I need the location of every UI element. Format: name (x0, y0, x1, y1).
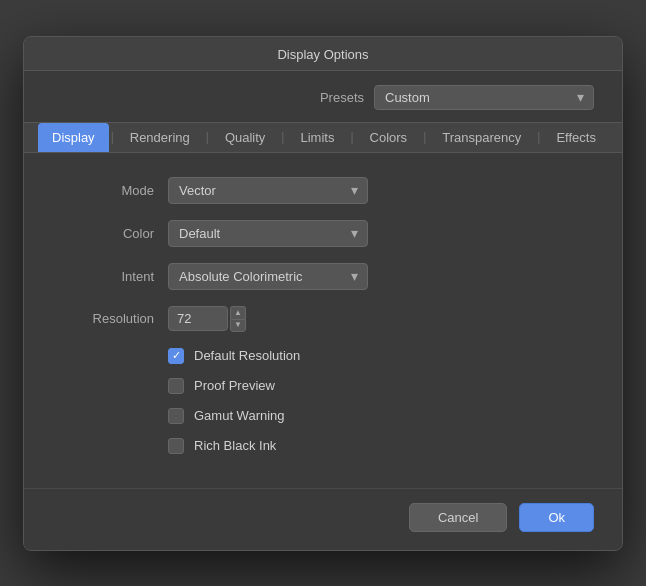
checkboxes-group: Default Resolution Proof Preview Gamut W… (168, 348, 582, 454)
tab-divider-5: | (421, 130, 428, 144)
tab-effects[interactable]: Effects (542, 123, 610, 152)
intent-row: Intent Absolute Colorimetric Relative Co… (64, 263, 582, 290)
default-resolution-checkbox[interactable] (168, 348, 184, 364)
cancel-button[interactable]: Cancel (409, 503, 507, 532)
dialog-title: Display Options (277, 47, 368, 62)
tab-divider-6: | (535, 130, 542, 144)
resolution-decrement[interactable]: ▼ (230, 319, 246, 332)
tab-divider-2: | (204, 130, 211, 144)
resolution-spinner: ▲ ▼ (230, 306, 246, 332)
title-bar: Display Options (24, 37, 622, 71)
color-select-wrapper: Default RGB CMYK Grayscale (168, 220, 368, 247)
resolution-row: Resolution ▲ ▼ (64, 306, 582, 332)
default-resolution-row: Default Resolution (168, 348, 582, 364)
color-label: Color (64, 226, 154, 241)
color-select[interactable]: Default RGB CMYK Grayscale (168, 220, 368, 247)
resolution-label: Resolution (64, 311, 154, 326)
intent-select-wrapper: Absolute Colorimetric Relative Colorimet… (168, 263, 368, 290)
content-area: Mode Vector Raster Mixed Color Default R… (24, 153, 622, 488)
mode-label: Mode (64, 183, 154, 198)
tab-transparency[interactable]: Transparency (428, 123, 535, 152)
intent-select[interactable]: Absolute Colorimetric Relative Colorimet… (168, 263, 368, 290)
ok-button[interactable]: Ok (519, 503, 594, 532)
default-resolution-label: Default Resolution (194, 348, 300, 363)
mode-row: Mode Vector Raster Mixed (64, 177, 582, 204)
proof-preview-row: Proof Preview (168, 378, 582, 394)
rich-black-ink-row: Rich Black Ink (168, 438, 582, 454)
tab-colors[interactable]: Colors (356, 123, 422, 152)
mode-select-wrapper: Vector Raster Mixed (168, 177, 368, 204)
rich-black-ink-checkbox[interactable] (168, 438, 184, 454)
resolution-input[interactable] (168, 306, 228, 331)
proof-preview-checkbox[interactable] (168, 378, 184, 394)
tab-display[interactable]: Display (38, 123, 109, 152)
tab-rendering[interactable]: Rendering (116, 123, 204, 152)
tab-divider-4: | (348, 130, 355, 144)
presets-select-wrapper: Custom Default High Quality Print (374, 85, 594, 110)
color-row: Color Default RGB CMYK Grayscale (64, 220, 582, 247)
gamut-warning-row: Gamut Warning (168, 408, 582, 424)
presets-select[interactable]: Custom Default High Quality Print (374, 85, 594, 110)
tab-divider-1: | (109, 130, 116, 144)
presets-label: Presets (320, 90, 364, 105)
tab-limits[interactable]: Limits (286, 123, 348, 152)
tab-divider-3: | (279, 130, 286, 144)
rich-black-ink-label: Rich Black Ink (194, 438, 276, 453)
gamut-warning-label: Gamut Warning (194, 408, 285, 423)
dialog: Display Options Presets Custom Default H… (23, 36, 623, 551)
mode-select[interactable]: Vector Raster Mixed (168, 177, 368, 204)
resolution-increment[interactable]: ▲ (230, 306, 246, 319)
presets-row: Presets Custom Default High Quality Prin… (24, 71, 622, 122)
buttons-row: Cancel Ok (24, 488, 622, 550)
gamut-warning-checkbox[interactable] (168, 408, 184, 424)
tab-quality[interactable]: Quality (211, 123, 279, 152)
proof-preview-label: Proof Preview (194, 378, 275, 393)
tabs-bar: Display | Rendering | Quality | Limits |… (24, 122, 622, 153)
intent-label: Intent (64, 269, 154, 284)
